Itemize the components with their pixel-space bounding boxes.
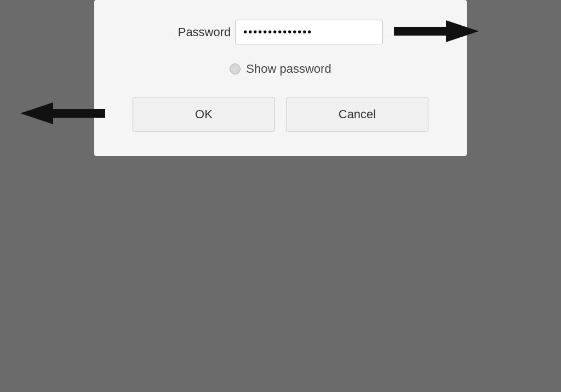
ok-button[interactable]: OK [133, 97, 275, 132]
background-bottom [0, 156, 561, 392]
password-label: Password [178, 25, 231, 39]
arrow-to-ok [20, 101, 105, 128]
password-input[interactable] [235, 20, 383, 44]
show-password-checkbox[interactable] [230, 64, 241, 74]
svg-marker-0 [394, 20, 479, 42]
show-password-row: Show password [122, 62, 439, 76]
svg-marker-1 [20, 102, 105, 124]
password-row: Password [122, 20, 439, 44]
buttons-row: OK Cancel [122, 97, 439, 132]
cancel-button[interactable]: Cancel [286, 97, 428, 132]
show-password-label[interactable]: Show password [246, 62, 331, 76]
dialog-box: Password Show password [94, 0, 467, 156]
arrow-to-input [394, 19, 479, 45]
